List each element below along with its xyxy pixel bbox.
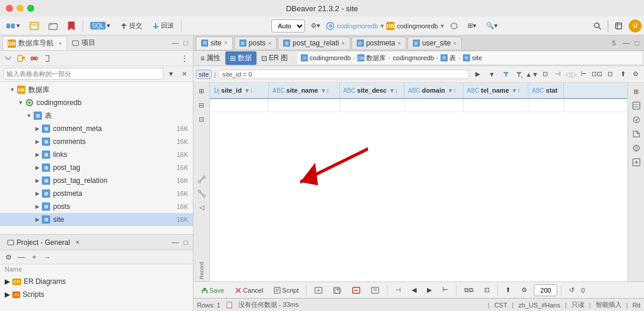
project-arrow-button[interactable]: →	[41, 251, 53, 263]
list-item[interactable]: ▶ ⊞ post_tag 16K	[0, 161, 193, 174]
projects-button[interactable]	[45, 19, 61, 33]
list-item[interactable]: ▶ ⊞ comment_meta 16K	[0, 122, 193, 135]
save-button[interactable]: Save	[197, 285, 228, 296]
col-filter-site_name[interactable]: ▼↕	[320, 87, 329, 94]
close-button[interactable]	[6, 5, 13, 12]
filter-settings-btn[interactable]	[500, 68, 512, 80]
side-btn-2[interactable]	[630, 99, 643, 112]
side-btn-5[interactable]	[630, 142, 643, 155]
toggle-tables[interactable]: ▼	[25, 112, 33, 120]
copy-data-button[interactable]: ⧉⧉	[460, 284, 478, 296]
col-filter-site_desc[interactable]: ▼↕	[389, 87, 398, 94]
minimize-button[interactable]	[17, 5, 24, 12]
tree-item-codingmoredb[interactable]: ▼ codingmoredb	[0, 96, 193, 109]
col-site_desc[interactable]: ABC site_desc ▼↕	[340, 83, 405, 98]
col-site_name[interactable]: ABC site_name ▼↕	[269, 83, 340, 98]
add-copy-button[interactable]	[329, 285, 346, 296]
tree-toggle[interactable]: ▶	[33, 138, 41, 146]
minimize-project-button[interactable]: —	[170, 238, 180, 247]
list-item[interactable]: ▶ ⊞ postmeta 16K	[0, 187, 193, 200]
side-btn-6[interactable]	[630, 156, 643, 169]
clear-filter-btn[interactable]: ▼	[486, 68, 498, 80]
close-ptr-tab[interactable]: ×	[341, 40, 345, 47]
col-stat[interactable]: ABC stat	[528, 83, 564, 98]
transaction-button[interactable]	[446, 19, 462, 33]
record-btn-5[interactable]	[196, 188, 208, 199]
tab-project[interactable]: 项目	[67, 36, 100, 50]
tab-db-navigator[interactable]: DB 数据库导航 ×	[2, 36, 67, 50]
col-site_id[interactable]: 1ij site_id ▼↕	[210, 83, 269, 98]
search-button[interactable]	[590, 19, 605, 33]
nav-back-button[interactable]: ⊞▾	[464, 19, 480, 33]
close-project-icon[interactable]: ×	[76, 239, 80, 245]
sql-editor-button[interactable]: SQL▾	[87, 19, 114, 33]
tab-data[interactable]: ⊞ 数据	[225, 51, 257, 65]
grid-settings-button[interactable]: ⚙	[517, 284, 531, 296]
toggle-database[interactable]: ▼	[8, 86, 17, 94]
submit-button[interactable]: 提交	[116, 19, 146, 33]
maximize-project-button[interactable]: □	[181, 238, 190, 247]
filter-arrow-btn[interactable]: ▶	[472, 68, 484, 80]
settings-button[interactable]	[611, 19, 626, 33]
list-item[interactable]: ▶ ⊞ posts 16K	[0, 200, 193, 213]
nav-next-button[interactable]: ▶	[423, 284, 436, 296]
tab-properties[interactable]: ≡ 属性	[196, 51, 225, 65]
record-btn-1[interactable]: ⊞	[196, 85, 208, 97]
add-row-button[interactable]	[310, 285, 327, 296]
filter-nav-6[interactable]: ⊡	[604, 68, 616, 80]
close-site-tab[interactable]: ×	[224, 40, 228, 46]
close-posts-tab[interactable]: ×	[268, 40, 271, 47]
tab-user-site[interactable]: ⊞ user_site ×	[408, 37, 462, 49]
refresh-nav-button[interactable]	[15, 53, 27, 64]
filter-button[interactable]: ▼	[166, 68, 176, 79]
maximize-panel-button[interactable]: □	[181, 38, 190, 48]
record-btn-2[interactable]: ⊟	[196, 99, 208, 111]
tree-toggle[interactable]: ▶	[33, 150, 41, 159]
side-btn-3[interactable]	[630, 113, 643, 126]
list-item[interactable]: ▶ JS Scripts	[0, 288, 193, 301]
col-tel_name[interactable]: ABC tel_name ▼↕	[464, 83, 528, 98]
script-button[interactable]: Script	[270, 285, 303, 296]
close-user-site-tab[interactable]: ×	[454, 40, 457, 47]
record-btn-4[interactable]	[196, 173, 208, 185]
list-item[interactable]: ▶ ER ER Diagrams	[0, 275, 193, 288]
col-domain[interactable]: ABC domain ▼↕	[405, 83, 464, 98]
side-btn-4[interactable]	[630, 127, 643, 140]
toggle-scripts[interactable]: ▶	[5, 290, 10, 299]
connection-settings-button[interactable]: ⚙▾	[307, 19, 324, 33]
filter-apply-btn[interactable]	[513, 68, 525, 80]
search-input[interactable]	[4, 68, 163, 80]
refresh-button[interactable]: ↺	[565, 284, 579, 296]
tree-toggle[interactable]: ▶	[33, 215, 41, 224]
tree-toggle[interactable]: ▶	[33, 202, 41, 211]
list-item[interactable]: ▶ ⊞ post_tag_relation 16K	[0, 174, 193, 187]
maximize-editor-button[interactable]: □	[632, 38, 642, 48]
filter-export-btn[interactable]: ⬆	[617, 68, 629, 80]
nav-first-button[interactable]: ⊣	[391, 284, 405, 296]
filter-nav-btns[interactable]: ⊢	[578, 68, 590, 80]
delete-row-button[interactable]	[348, 285, 364, 296]
page-size-input[interactable]	[534, 284, 557, 296]
minimize-editor-button[interactable]: —	[622, 38, 631, 48]
tab-er[interactable]: ⊡ ER 图	[257, 51, 293, 65]
minimize-panel-button[interactable]: —	[170, 38, 180, 48]
tree-toggle[interactable]: ▶	[33, 163, 41, 172]
import-button[interactable]: ⬆	[501, 284, 515, 296]
db-navigator-button[interactable]	[26, 19, 42, 33]
tree-item-tables[interactable]: ▼ ⊞ 表	[0, 109, 193, 122]
tab-postmeta[interactable]: ⊞ postmeta ×	[351, 37, 406, 49]
tab-site[interactable]: ⊞ site ×	[196, 37, 233, 50]
tree-toggle[interactable]: ▶	[33, 189, 41, 198]
record-btn-6[interactable]: ◁	[196, 202, 208, 214]
tab-project-general[interactable]: Project - General ×	[2, 237, 84, 248]
bookmarks-button[interactable]	[64, 19, 79, 33]
col-filter-tel_name[interactable]: ▼↕	[511, 87, 520, 94]
expand-button[interactable]	[41, 53, 53, 64]
list-item[interactable]: ▶ ⊞ links 16K	[0, 148, 193, 161]
duplicate-button[interactable]	[367, 285, 383, 296]
rollback-button[interactable]: 回滚	[148, 19, 178, 33]
nav-last-button[interactable]: ⊢	[438, 284, 452, 296]
close-postmeta-tab[interactable]: ×	[397, 40, 401, 47]
clear-filter-button[interactable]: ✕	[179, 68, 189, 79]
tree-item-database-root[interactable]: ▼ DB 数据库	[0, 83, 193, 96]
